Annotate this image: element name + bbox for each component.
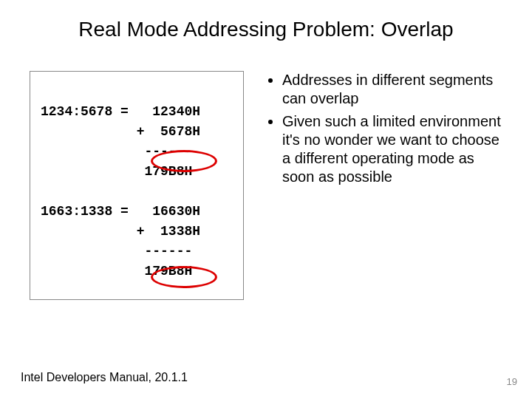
ex2-sep: ------ [41, 244, 192, 259]
ex2-res: 179B8H [41, 264, 192, 279]
bullet-list: Addresses in different segments can over… [266, 71, 502, 300]
address-calc-box: 1234:5678 = 12340H + 5678H ------ 179B8H… [30, 71, 244, 300]
slide-title: Real Mode Addressing Problem: Overlap [0, 0, 532, 41]
ex2-plus: + 1338H [41, 224, 200, 239]
bullet-item: Addresses in different segments can over… [282, 71, 502, 108]
ex1-addr: 1234:5678 = 12340H [41, 104, 200, 119]
ex1-sep: ------ [41, 144, 192, 159]
ex2-addr: 1663:1338 = 16630H [41, 204, 200, 219]
content-area: 1234:5678 = 12340H + 5678H ------ 179B8H… [0, 41, 532, 300]
footer-reference: Intel Developers Manual, 20.1.1 [21, 371, 188, 384]
ex1-plus: + 5678H [41, 124, 200, 139]
page-number: 19 [507, 376, 517, 387]
ex1-res: 179B8H [41, 164, 192, 179]
bullet-item: Given such a limited environment it's no… [282, 112, 502, 186]
